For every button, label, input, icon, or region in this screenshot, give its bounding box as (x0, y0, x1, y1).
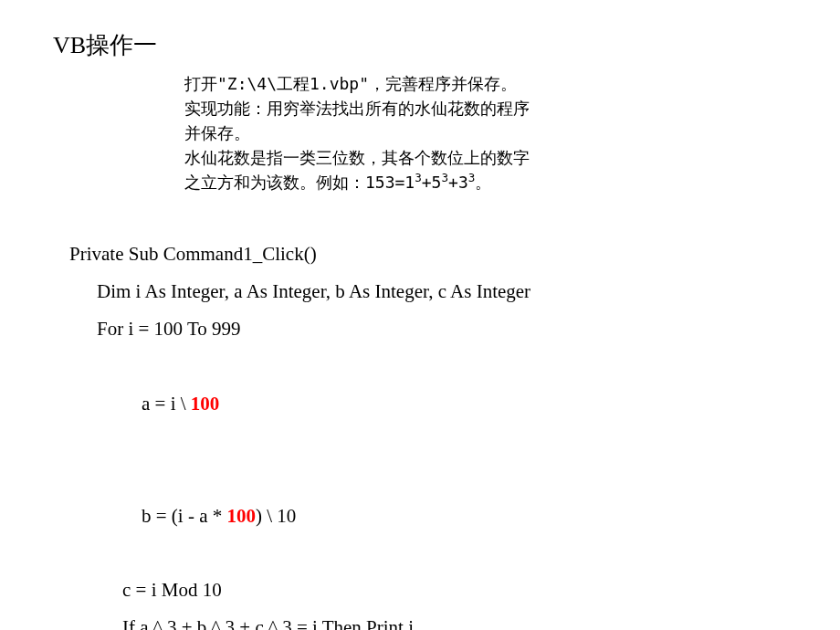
instruction-text: 打开"Z:\4\工程1.vbp"，完善程序并保存。 实现功能：用穷举法找出所有的… (184, 71, 641, 194)
code4-a: a = i \ (142, 393, 191, 415)
instr5-suffix: 。 (475, 173, 491, 192)
code-line-6: c = i Mod 10 (69, 572, 530, 609)
code-block: Private Sub Command1_Click() Dim i As In… (69, 236, 530, 630)
code-line-3: For i = 100 To 999 (69, 310, 530, 348)
code-line-7: If a ^ 3 + b ^ 3 + c ^ 3 = i Then Print … (69, 609, 530, 630)
instruction-line-5: 之立方和为该数。例如：153=13+53+33。 (184, 170, 641, 194)
code-line-4: a = i \ 100 (69, 348, 530, 460)
instr5-sup1: 3 (415, 171, 422, 184)
code4-red: 100 (191, 393, 220, 415)
code-line-2: Dim i As Integer, a As Integer, b As Int… (69, 273, 530, 310)
code5-c: ) \ 10 (256, 505, 296, 527)
code5-a: b = (i - a * (142, 505, 227, 527)
instruction-line-3: 并保存。 (184, 121, 641, 145)
instruction-line-1: 打开"Z:\4\工程1.vbp"，完善程序并保存。 (184, 71, 641, 96)
instr5-mid1: +5 (422, 173, 442, 192)
code-line-1: Private Sub Command1_Click() (69, 236, 530, 273)
code5-red: 100 (227, 505, 257, 527)
instr5-sup2: 3 (441, 171, 448, 184)
instruction-line-4: 水仙花数是指一类三位数，其各个数位上的数字 (184, 145, 641, 170)
instr5-mid2: +3 (448, 173, 468, 192)
instruction-line-2: 实现功能：用穷举法找出所有的水仙花数的程序 (184, 96, 641, 121)
page-title: VB操作一 (53, 29, 157, 61)
code-line-5: b = (i - a * 100) \ 10 (69, 460, 530, 572)
instr5-prefix: 之立方和为该数。例如：153=1 (184, 173, 415, 192)
